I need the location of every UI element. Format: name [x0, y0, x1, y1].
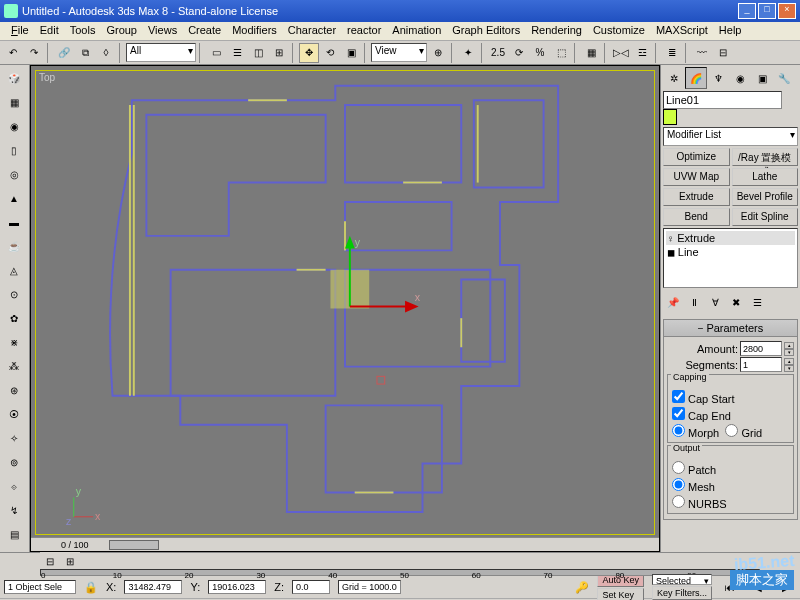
mirror-button[interactable]: ▷◁ [611, 43, 631, 63]
morph-radio[interactable]: Morph Grid [671, 423, 790, 440]
select-manipulate-button[interactable]: ✦ [458, 43, 478, 63]
misc5-icon[interactable]: ⦿ [2, 403, 26, 425]
cylinder-icon[interactable]: ▯ [2, 139, 26, 161]
cube-icon[interactable]: ▦ [2, 91, 26, 113]
menu-animation[interactable]: Animation [389, 24, 444, 38]
cone-icon[interactable]: ▲ [2, 187, 26, 209]
schematic-button[interactable]: ⊟ [713, 43, 733, 63]
menu-grapheditors[interactable]: Graph Editors [449, 24, 523, 38]
select-scale-button[interactable]: ▣ [341, 43, 361, 63]
stack-item-line[interactable]: ◼ Line [666, 245, 795, 259]
display-tab-icon[interactable]: ▣ [751, 67, 773, 89]
mesh-radio[interactable]: Mesh [671, 477, 790, 494]
amount-up[interactable]: ▴ [784, 342, 794, 349]
nurbs-radio[interactable]: NURBS [671, 494, 790, 511]
menu-tools[interactable]: Tools [67, 24, 99, 38]
pivot-button[interactable]: ⊕ [428, 43, 448, 63]
extrude-button[interactable]: Extrude [663, 188, 730, 206]
window-crossing-button[interactable]: ⊞ [269, 43, 289, 63]
uvwmap-button[interactable]: UVW Map [663, 168, 730, 186]
scrollbar-thumb[interactable] [109, 540, 159, 550]
bevel-button[interactable]: Bevel Profile [732, 188, 799, 206]
pin-stack-icon[interactable]: 📌 [663, 292, 683, 312]
y-field[interactable] [208, 580, 266, 594]
optimize-button[interactable]: Optimize [663, 148, 730, 166]
menu-file[interactable]: FFileile [8, 24, 32, 38]
unlink-button[interactable]: ⧉ [75, 43, 95, 63]
editspline-button[interactable]: Edit Spline [732, 208, 799, 226]
modifier-list-dropdown[interactable]: Modifier List [663, 127, 798, 146]
select-name-button[interactable]: ☰ [227, 43, 247, 63]
misc2-icon[interactable]: ⋇ [2, 331, 26, 353]
lock-icon[interactable]: 🔒 [84, 581, 98, 594]
teapot-icon[interactable]: ☕ [2, 235, 26, 257]
amount-spinner[interactable] [740, 341, 782, 356]
utilities-tab-icon[interactable]: 🔧 [773, 67, 795, 89]
remove-modifier-icon[interactable]: ✖ [726, 292, 746, 312]
minimize-button[interactable]: _ [738, 3, 756, 19]
select-region-button[interactable]: ◫ [248, 43, 268, 63]
viewport-scrollbar[interactable]: 0 / 100 [31, 537, 659, 551]
object-color-swatch[interactable] [663, 109, 677, 125]
keyfilters-button[interactable]: Key Filters... [652, 586, 712, 600]
capend-checkbox[interactable]: Cap End [671, 406, 790, 423]
snap-toggle[interactable]: 2.5 [488, 43, 508, 63]
make-unique-icon[interactable]: ∀ [705, 292, 725, 312]
motion-tab-icon[interactable]: ◉ [729, 67, 751, 89]
misc8-icon[interactable]: ⟐ [2, 475, 26, 497]
reactor-tab-icon[interactable]: 🎲 [2, 67, 26, 89]
modify-tab-icon[interactable]: 🌈 [685, 67, 707, 89]
misc6-icon[interactable]: ✧ [2, 427, 26, 449]
menu-edit[interactable]: Edit [37, 24, 62, 38]
menu-modifiers[interactable]: Modifiers [229, 24, 280, 38]
misc9-icon[interactable]: ↯ [2, 499, 26, 521]
named-sel-button[interactable]: ▦ [581, 43, 601, 63]
keymode-dropdown[interactable]: Selected [652, 574, 712, 585]
menu-help[interactable]: Help [716, 24, 745, 38]
x-field[interactable] [124, 580, 182, 594]
timeline-key-icon[interactable]: ⊟ [40, 551, 60, 571]
seg-down[interactable]: ▾ [784, 365, 794, 372]
undo-button[interactable]: ↶ [3, 43, 23, 63]
setkey-button[interactable]: Set Key [597, 588, 644, 601]
misc10-icon[interactable]: ▤ [2, 523, 26, 545]
menu-customize[interactable]: Customize [590, 24, 648, 38]
bend-button[interactable]: Bend [663, 208, 730, 226]
select-move-button[interactable]: ✥ [299, 43, 319, 63]
align-button[interactable]: ☲ [632, 43, 652, 63]
menu-group[interactable]: Group [103, 24, 140, 38]
select-rotate-button[interactable]: ⟲ [320, 43, 340, 63]
redo-button[interactable]: ↷ [24, 43, 44, 63]
hierarchy-tab-icon[interactable]: ♆ [707, 67, 729, 89]
plane-icon[interactable]: ▬ [2, 211, 26, 233]
selection-filter[interactable]: All [126, 43, 196, 62]
capstart-checkbox[interactable]: Cap Start [671, 389, 790, 406]
torus-icon[interactable]: ◎ [2, 163, 26, 185]
ref-coord-dropdown[interactable]: View [371, 43, 427, 62]
create-tab-icon[interactable]: ✲ [663, 67, 685, 89]
curve-editor-button[interactable]: 〰 [692, 43, 712, 63]
menu-maxscript[interactable]: MAXScript [653, 24, 711, 38]
modifier-stack[interactable]: ♀ Extrude ◼ Line [663, 228, 798, 288]
misc3-icon[interactable]: ⁂ [2, 355, 26, 377]
spinner-snap-button[interactable]: ⬚ [551, 43, 571, 63]
amount-down[interactable]: ▾ [784, 349, 794, 356]
z-field[interactable] [292, 580, 330, 594]
menu-character[interactable]: Character [285, 24, 339, 38]
layer-button[interactable]: ≣ [662, 43, 682, 63]
ray-button[interactable]: /Ray 置换模式 [732, 148, 799, 166]
show-result-icon[interactable]: Ⅱ [684, 292, 704, 312]
pyramid-icon[interactable]: ◬ [2, 259, 26, 281]
link-button[interactable]: 🔗 [54, 43, 74, 63]
object-name-input[interactable] [663, 91, 782, 109]
tube-icon[interactable]: ⊙ [2, 283, 26, 305]
viewport[interactable]: Top [30, 65, 660, 552]
menu-reactor[interactable]: reactor [344, 24, 384, 38]
seg-up[interactable]: ▴ [784, 358, 794, 365]
bind-button[interactable]: ◊ [96, 43, 116, 63]
timeline-key2-icon[interactable]: ⊞ [60, 551, 80, 571]
menu-rendering[interactable]: Rendering [528, 24, 585, 38]
menu-views[interactable]: Views [145, 24, 180, 38]
misc7-icon[interactable]: ⊚ [2, 451, 26, 473]
select-button[interactable]: ▭ [206, 43, 226, 63]
